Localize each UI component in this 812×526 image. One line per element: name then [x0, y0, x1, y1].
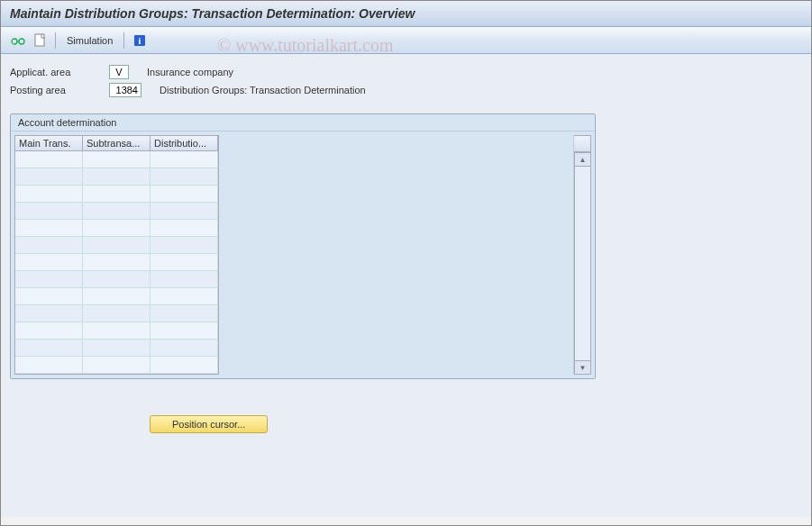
svg-point-1 — [19, 39, 24, 44]
table-cell[interactable] — [151, 254, 218, 271]
table-cell[interactable] — [151, 220, 218, 237]
table-row[interactable] — [15, 357, 218, 374]
applicat-area-desc: Insurance company — [147, 67, 233, 77]
table-cell[interactable] — [151, 168, 218, 186]
table-row[interactable] — [15, 186, 218, 203]
applicat-area-label: Applicat. area — [10, 67, 109, 77]
toolbar-separator — [123, 32, 124, 49]
table-cell[interactable] — [151, 305, 218, 322]
posting-area-label: Posting area — [10, 85, 109, 95]
table-cell[interactable] — [83, 151, 151, 168]
table-cell[interactable] — [15, 357, 83, 374]
column-header-distributio[interactable]: Distributio... — [151, 136, 218, 151]
grid-container: Main Trans. Subtransa... Distributio... … — [11, 132, 595, 378]
scroll-track[interactable] — [574, 167, 591, 360]
table-cell[interactable] — [151, 357, 218, 374]
table-row[interactable] — [15, 151, 218, 168]
table-cell[interactable] — [15, 151, 83, 168]
table-cell[interactable] — [83, 220, 151, 237]
table-cell[interactable] — [15, 237, 83, 254]
content-area: Applicat. area Insurance company Posting… — [1, 54, 811, 517]
table-cell[interactable] — [83, 168, 151, 186]
table-cell[interactable] — [83, 203, 151, 220]
table-cell[interactable] — [83, 237, 151, 254]
grid-scrollbar: ▲ ▼ — [573, 135, 591, 375]
table-cell[interactable] — [83, 271, 151, 288]
table-cell[interactable] — [15, 288, 83, 305]
panel-title: Account determination — [11, 114, 595, 132]
table-cell[interactable] — [151, 186, 218, 203]
table-cell[interactable] — [151, 203, 218, 220]
applicat-area-input[interactable] — [109, 65, 129, 79]
table-row[interactable] — [15, 254, 218, 271]
column-header-main-trans[interactable]: Main Trans. — [15, 136, 83, 151]
table-cell[interactable] — [15, 340, 83, 357]
svg-text:i: i — [139, 36, 141, 46]
toolbar: Simulation i — [1, 27, 811, 54]
table-row[interactable] — [15, 340, 218, 357]
table-cell[interactable] — [83, 254, 151, 271]
toolbar-separator — [55, 32, 56, 49]
table-row[interactable] — [15, 322, 218, 340]
table-row[interactable] — [15, 203, 218, 220]
table-cell[interactable] — [83, 305, 151, 322]
table-row[interactable] — [15, 168, 218, 186]
table-cell[interactable] — [83, 288, 151, 305]
glasses-icon[interactable] — [10, 32, 26, 49]
table-row[interactable] — [15, 237, 218, 254]
info-icon[interactable]: i — [132, 32, 148, 49]
grid-spacer — [219, 135, 573, 375]
table-cell[interactable] — [15, 186, 83, 203]
posting-area-input[interactable] — [109, 83, 141, 97]
table-cell[interactable] — [151, 340, 218, 357]
table-cell[interactable] — [151, 322, 218, 340]
table-cell[interactable] — [151, 151, 218, 168]
table-cell[interactable] — [83, 340, 151, 357]
table-cell[interactable] — [15, 322, 83, 340]
table-cell[interactable] — [15, 168, 83, 186]
page-title: Maintain Distribution Groups: Transactio… — [1, 1, 811, 27]
svg-rect-2 — [35, 34, 44, 46]
scroll-up-icon[interactable]: ▲ — [574, 152, 591, 167]
table-cell[interactable] — [83, 186, 151, 203]
grid-body — [15, 151, 218, 374]
field-row-applicat-area: Applicat. area Insurance company — [10, 65, 802, 79]
table-cell[interactable] — [151, 288, 218, 305]
table-cell[interactable] — [83, 322, 151, 340]
grid: Main Trans. Subtransa... Distributio... — [14, 135, 219, 375]
grid-header: Main Trans. Subtransa... Distributio... — [15, 136, 218, 151]
simulation-button[interactable]: Simulation — [63, 35, 116, 46]
table-row[interactable] — [15, 305, 218, 322]
table-row[interactable] — [15, 271, 218, 288]
column-header-subtransa[interactable]: Subtransa... — [83, 136, 151, 151]
svg-point-0 — [12, 39, 17, 44]
table-row[interactable] — [15, 288, 218, 305]
select-all-corner[interactable] — [574, 135, 591, 152]
table-cell[interactable] — [15, 271, 83, 288]
table-cell[interactable] — [83, 357, 151, 374]
table-cell[interactable] — [15, 203, 83, 220]
page-icon[interactable] — [32, 32, 48, 49]
table-cell[interactable] — [15, 305, 83, 322]
scroll-down-icon[interactable]: ▼ — [574, 360, 591, 375]
table-row[interactable] — [15, 220, 218, 237]
field-row-posting-area: Posting area Distribution Groups: Transa… — [10, 83, 802, 97]
table-cell[interactable] — [151, 271, 218, 288]
table-cell[interactable] — [15, 254, 83, 271]
table-cell[interactable] — [151, 237, 218, 254]
posting-area-desc: Distribution Groups: Transaction Determi… — [160, 85, 366, 95]
account-determination-panel: Account determination Main Trans. Subtra… — [10, 113, 596, 379]
position-cursor-button[interactable]: Position cursor... — [150, 415, 268, 433]
table-cell[interactable] — [15, 220, 83, 237]
